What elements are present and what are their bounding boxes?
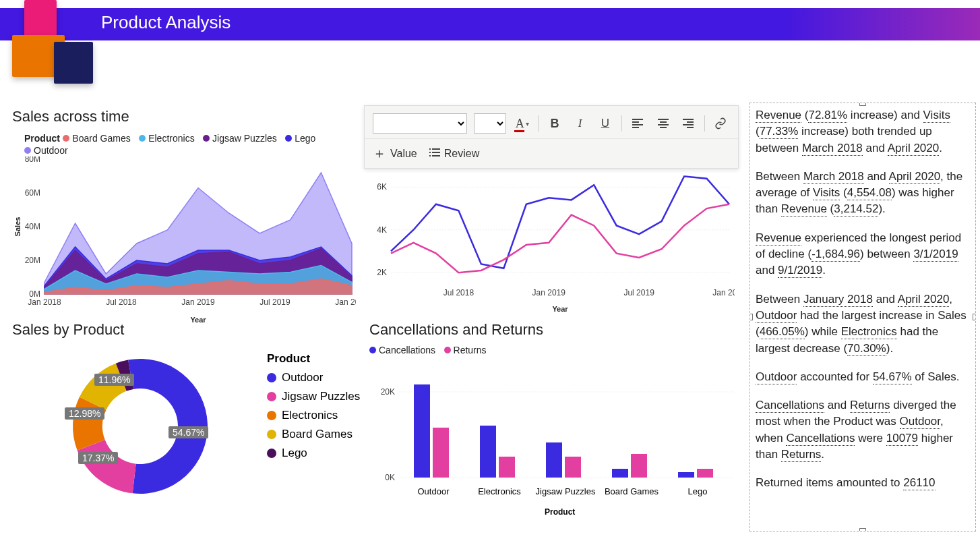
resize-handle[interactable] bbox=[973, 314, 976, 320]
more-options-icon[interactable]: ⋯ bbox=[964, 103, 976, 107]
value-label: Value bbox=[390, 148, 417, 160]
legend-item: Board Games bbox=[63, 133, 130, 144]
chart-title: Sales by Product bbox=[12, 321, 363, 339]
svg-text:Jul 2018: Jul 2018 bbox=[443, 288, 474, 297]
svg-rect-5 bbox=[432, 155, 440, 156]
svg-text:0K: 0K bbox=[385, 473, 395, 482]
category-label: Board Games bbox=[601, 486, 662, 496]
legend-item: Electronics bbox=[139, 133, 194, 144]
legend-item: Outdoor bbox=[24, 145, 68, 156]
svg-text:Jan 2019: Jan 2019 bbox=[181, 297, 215, 307]
svg-text:60M: 60M bbox=[25, 188, 40, 198]
font-size-select[interactable] bbox=[474, 113, 506, 134]
legend-title: Product bbox=[267, 352, 360, 366]
svg-rect-3 bbox=[432, 152, 440, 153]
svg-text:4K: 4K bbox=[377, 225, 387, 235]
category-label: Lego bbox=[667, 486, 728, 496]
resize-handle[interactable] bbox=[859, 528, 866, 532]
svg-text:Jul 2019: Jul 2019 bbox=[259, 297, 290, 307]
revenue-visits-chart[interactable]: 2K4K6KJul 2018Jan 2019Jul 2019Jan 2020Ye… bbox=[364, 166, 735, 317]
donut-legend: Product OutdoorJigsaw PuzzlesElectronics… bbox=[267, 352, 360, 465]
list-icon bbox=[429, 147, 440, 161]
legend-item: Outdoor bbox=[267, 371, 360, 384]
cancellations-returns-chart[interactable]: Cancellations and Returns Cancellations … bbox=[369, 321, 733, 521]
area-chart-svg: 0M20M40M60M80MJan 2018Jul 2018Jan 2019Ju… bbox=[12, 156, 356, 325]
font-color-button[interactable]: A▾ bbox=[513, 113, 531, 134]
legend-item: Jigsaw Puzzles bbox=[267, 390, 360, 403]
pct-label-outdoor: 54.67% bbox=[169, 426, 208, 438]
svg-text:Sales: Sales bbox=[13, 217, 22, 237]
sales-by-product-chart[interactable]: Sales by Product 54.67% 17.37% 12.98% 11… bbox=[12, 321, 363, 521]
legend-item: Lego bbox=[285, 133, 315, 144]
plus-icon: ＋ bbox=[373, 144, 386, 163]
add-value-button[interactable]: ＋ Value bbox=[373, 144, 417, 163]
underline-button[interactable]: U bbox=[596, 113, 614, 134]
donut-svg bbox=[39, 339, 241, 514]
logo bbox=[12, 0, 93, 88]
category-label: Electronics bbox=[469, 486, 530, 496]
svg-text:Year: Year bbox=[552, 305, 568, 313]
svg-text:Jan 2020: Jan 2020 bbox=[712, 288, 735, 297]
font-family-select[interactable] bbox=[373, 113, 467, 134]
svg-rect-0 bbox=[429, 148, 431, 150]
svg-text:Jul 2018: Jul 2018 bbox=[106, 297, 137, 307]
align-left-button[interactable] bbox=[629, 113, 647, 134]
pct-label-board: 11.96% bbox=[94, 374, 134, 386]
svg-text:Jan 2020: Jan 2020 bbox=[335, 297, 356, 307]
pct-label-jigsaw: 17.37% bbox=[78, 452, 118, 464]
legend-item: Lego bbox=[267, 447, 360, 460]
resize-handle[interactable] bbox=[749, 314, 753, 320]
svg-text:40M: 40M bbox=[25, 222, 40, 231]
legend-item: Returns bbox=[444, 345, 487, 355]
svg-text:20M: 20M bbox=[25, 256, 40, 265]
link-button[interactable] bbox=[712, 113, 730, 134]
svg-text:20K: 20K bbox=[381, 387, 395, 397]
legend-title: Product bbox=[24, 133, 60, 144]
pct-label-electronics: 12.98% bbox=[65, 407, 104, 420]
svg-text:Jan 2018: Jan 2018 bbox=[28, 297, 61, 307]
svg-rect-2 bbox=[429, 152, 431, 153]
smart-narrative-textbox[interactable]: ⋯ Revenue (72.81% increase) and Visits (… bbox=[749, 103, 976, 532]
bold-button[interactable]: B bbox=[545, 113, 563, 134]
chart-title: Sales across time bbox=[12, 108, 356, 125]
svg-text:Jan 2019: Jan 2019 bbox=[532, 288, 566, 297]
text-format-toolbar: A▾ B I U ＋ Value Review bbox=[364, 105, 739, 169]
category-label: Outdoor bbox=[403, 486, 464, 496]
align-right-button[interactable] bbox=[679, 113, 697, 134]
category-label: Jigsaw Puzzles bbox=[535, 486, 596, 496]
axis-title-x: Product bbox=[545, 507, 575, 517]
chart-title: Cancellations and Returns bbox=[369, 321, 733, 339]
italic-button[interactable]: I bbox=[571, 113, 589, 134]
review-button[interactable]: Review bbox=[429, 147, 479, 161]
svg-text:Jul 2019: Jul 2019 bbox=[623, 288, 654, 297]
legend-item: Electronics bbox=[267, 409, 360, 422]
line-chart-svg: 2K4K6KJul 2018Jan 2019Jul 2019Jan 2020Ye… bbox=[364, 166, 735, 314]
svg-text:80M: 80M bbox=[25, 156, 40, 164]
svg-text:6K: 6K bbox=[377, 182, 387, 192]
svg-rect-1 bbox=[432, 148, 440, 150]
align-center-button[interactable] bbox=[654, 113, 672, 134]
legend-item: Board Games bbox=[267, 428, 360, 441]
legend-item: Jigsaw Puzzles bbox=[203, 133, 277, 144]
resize-handle[interactable] bbox=[859, 103, 866, 106]
sales-across-time-chart[interactable]: Sales across time Product Board Games El… bbox=[12, 108, 356, 328]
legend-item: Cancellations bbox=[369, 345, 435, 355]
review-label: Review bbox=[444, 148, 479, 160]
svg-text:2K: 2K bbox=[377, 268, 387, 277]
page-title: Product Analysis bbox=[101, 12, 231, 33]
svg-rect-4 bbox=[429, 155, 431, 156]
